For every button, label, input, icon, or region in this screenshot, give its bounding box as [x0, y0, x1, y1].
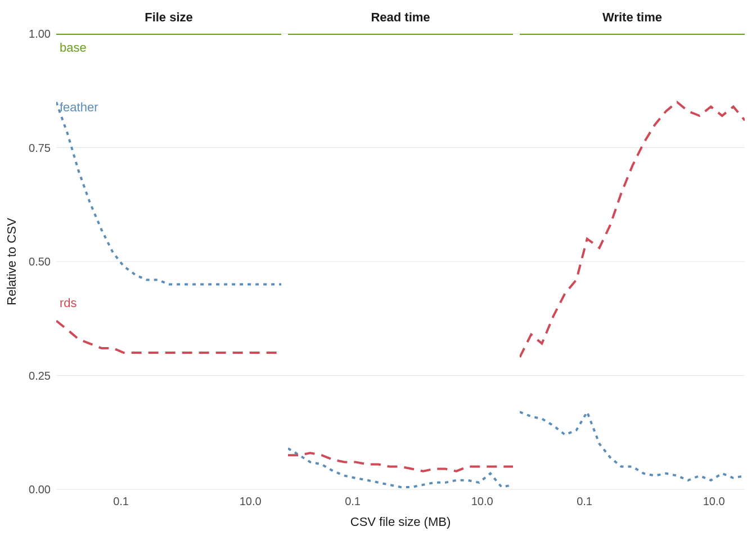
series-label-rds: rds [60, 296, 77, 310]
series-label-feather: feather [60, 100, 98, 114]
series-line-rds [520, 102, 745, 358]
x-axis-label: CSV file size (MB) [350, 515, 451, 529]
y-tick-label: 1.00 [29, 28, 51, 40]
facet-title: File size [145, 10, 193, 24]
y-tick-label: 0.00 [29, 483, 51, 496]
series-line-rds [56, 321, 281, 353]
x-tick-label: 0.1 [577, 495, 592, 507]
x-tick-label: 0.1 [113, 495, 129, 507]
facet-title: Write time [602, 10, 662, 24]
y-tick-label: 0.50 [29, 255, 51, 268]
y-tick-label: 0.25 [29, 370, 51, 382]
series-line-feather [520, 412, 745, 480]
facet-title: Read time [371, 10, 430, 24]
x-tick-label: 10.0 [703, 495, 725, 507]
x-tick-label: 10.0 [240, 495, 262, 507]
x-tick-label: 0.1 [345, 495, 361, 507]
chart-svg: Relative to CSV0.000.250.500.751.00CSV f… [0, 0, 756, 540]
x-tick-label: 10.0 [471, 495, 493, 507]
chart-container: Relative to CSV0.000.250.500.751.00CSV f… [0, 0, 756, 540]
series-line-rds [288, 453, 513, 471]
y-axis-label: Relative to CSV [4, 218, 19, 305]
y-tick-label: 0.75 [29, 142, 51, 154]
series-label-base: base [60, 40, 87, 55]
series-line-feather [56, 102, 281, 285]
